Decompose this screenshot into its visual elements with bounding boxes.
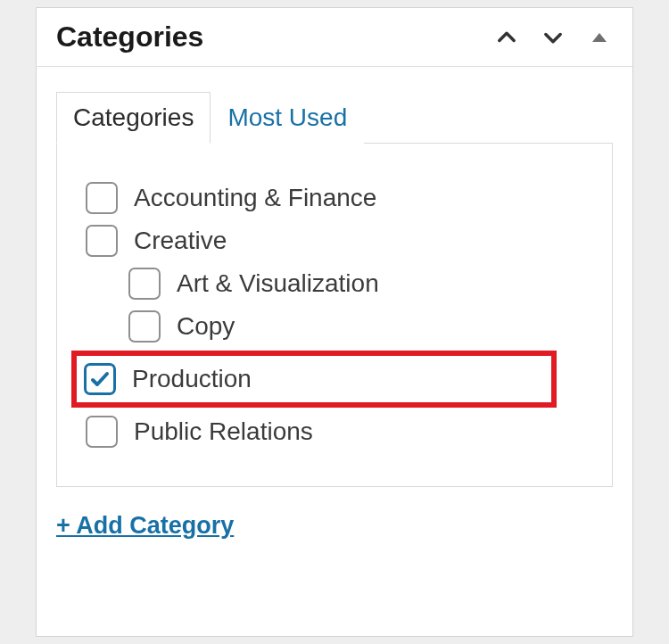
panel-title: Categories (56, 21, 203, 54)
category-item: Creative (80, 222, 589, 260)
category-item-child: Copy (123, 308, 589, 345)
category-item-highlighted: Production (71, 351, 557, 408)
checkbox[interactable] (128, 268, 161, 300)
svg-marker-0 (592, 33, 607, 42)
panel-header: Categories (37, 8, 632, 67)
checkbox[interactable] (86, 416, 118, 448)
category-item: Public Relations (80, 413, 589, 450)
move-up-icon[interactable] (493, 24, 520, 51)
category-label: Copy (177, 312, 235, 341)
category-label: Art & Visualization (177, 269, 379, 298)
checkbox-checked[interactable] (84, 363, 116, 395)
checkbox[interactable] (86, 182, 118, 214)
category-label: Accounting & Finance (134, 184, 376, 212)
category-item: Accounting & Finance (80, 179, 589, 217)
category-label: Creative (134, 227, 227, 255)
panel-body: Categories Most Used Accounting & Financ… (37, 67, 632, 549)
category-item-child: Art & Visualization (123, 265, 589, 302)
tabs: Categories Most Used (56, 92, 613, 144)
tab-most-used[interactable]: Most Used (211, 92, 364, 144)
panel-header-controls (493, 24, 613, 51)
add-category-link[interactable]: + Add Category (56, 512, 234, 540)
checkbox[interactable] (128, 310, 161, 343)
move-down-icon[interactable] (540, 24, 566, 51)
collapse-toggle-icon[interactable] (586, 24, 613, 51)
category-label: Public Relations (134, 417, 313, 446)
category-label: Production (132, 365, 252, 393)
checkbox[interactable] (86, 225, 118, 257)
tab-categories[interactable]: Categories (56, 92, 211, 144)
categories-panel: Categories Categories Most Used Accounti… (36, 7, 633, 637)
category-list: Accounting & Finance Creative Art & Visu… (56, 143, 613, 487)
